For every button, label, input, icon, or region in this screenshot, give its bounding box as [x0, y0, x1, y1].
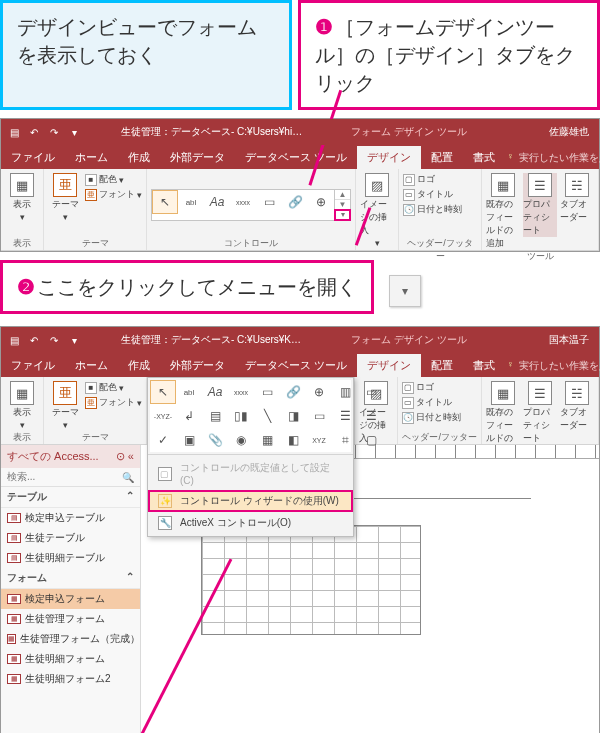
- property-sheet-button[interactable]: ☰プロパティシート: [523, 173, 557, 237]
- tab-control-icon[interactable]: ▭: [256, 190, 282, 214]
- pagebreak-icon[interactable]: ↲: [176, 404, 202, 428]
- button-icon[interactable]: xxxx: [228, 380, 254, 404]
- tell-me-box[interactable]: 実行したい作業を入力してください: [505, 355, 600, 377]
- nav-item-form[interactable]: ▦生徒管理フォーム（完成）: [1, 629, 140, 649]
- qat-more-icon[interactable]: ▾: [67, 125, 81, 139]
- tab-arrange[interactable]: 配置: [421, 146, 463, 169]
- chevron-down-icon[interactable]: ⊙ «: [116, 450, 134, 463]
- nav-search[interactable]: 検索...🔍: [1, 468, 140, 487]
- tell-me-box[interactable]: 実行したい作業を入力してください: [505, 147, 600, 169]
- tab-control-icon[interactable]: ▭: [254, 380, 280, 404]
- redo-icon[interactable]: ↷: [47, 333, 61, 347]
- extra-icon[interactable]: ▢: [358, 428, 384, 452]
- save-icon[interactable]: ▤: [7, 333, 21, 347]
- logo-button[interactable]: ▢ロゴ: [402, 381, 461, 394]
- gallery-up-icon[interactable]: ▲: [335, 190, 350, 200]
- nav-item-form[interactable]: ▦生徒明細フォーム2: [1, 669, 140, 689]
- image-frame-icon[interactable]: XYZ: [306, 428, 332, 452]
- tab-order-button[interactable]: ☵タブオーダー: [560, 381, 594, 432]
- radio-icon[interactable]: ◉: [228, 428, 254, 452]
- tab-create[interactable]: 作成: [118, 146, 160, 169]
- view-button[interactable]: ▦表示▾: [5, 381, 39, 430]
- tab-external-data[interactable]: 外部データ: [160, 354, 235, 377]
- navigation-pane[interactable]: すべての Access...⊙ « 検索...🔍 テーブル⌃ ▤検定申込テーブル…: [1, 445, 141, 733]
- frame-icon[interactable]: ▣: [176, 428, 202, 452]
- tab-format[interactable]: 書式: [463, 354, 505, 377]
- web-icon[interactable]: ⊕: [308, 190, 334, 214]
- nav-section-tables[interactable]: テーブル⌃: [1, 487, 140, 508]
- label-icon[interactable]: Aa: [204, 190, 230, 214]
- nav-item-table[interactable]: ▤生徒明細テーブル: [1, 548, 140, 568]
- gallery-down-icon[interactable]: ▼: [335, 200, 350, 210]
- unbound-icon[interactable]: ☰: [358, 404, 384, 428]
- insert-image-button[interactable]: ▨イメージの挿入▾: [360, 173, 394, 248]
- tab-design[interactable]: デザイン: [357, 354, 421, 377]
- listbox-icon[interactable]: ☰: [332, 404, 358, 428]
- option-group-icon[interactable]: -XYZ-: [150, 404, 176, 428]
- add-fields-button[interactable]: ▦既存のフィールドの追加: [486, 173, 520, 250]
- undo-icon[interactable]: ↶: [27, 125, 41, 139]
- link-icon[interactable]: 🔗: [280, 380, 306, 404]
- controls-grid[interactable]: ↖ abl Aa xxxx ▭ 🔗 ⊕ ▥ ▭ -XYZ- ↲ ▤ ▯▮ ╲ ◨…: [150, 380, 351, 452]
- tab-database-tools[interactable]: データベース ツール: [235, 146, 357, 169]
- qat-more-icon[interactable]: ▾: [67, 333, 81, 347]
- tab-arrange[interactable]: 配置: [421, 354, 463, 377]
- controls-gallery[interactable]: ↖ abl Aa xxxx ▭ 🔗 ⊕ ▲ ▼ ▾: [151, 189, 351, 221]
- nav-item-form[interactable]: ▦生徒明細フォーム: [1, 649, 140, 669]
- themes-button[interactable]: 亜テーマ▾: [48, 173, 82, 222]
- tab-file[interactable]: ファイル: [1, 146, 65, 169]
- gallery-scroll[interactable]: ▲ ▼ ▾: [334, 190, 350, 220]
- tab-order-button[interactable]: ☵タブオーダー: [560, 173, 594, 224]
- nav-item-form-selected[interactable]: ▦検定申込フォーム: [1, 589, 140, 609]
- themes-button[interactable]: 亜テーマ▾: [48, 381, 82, 430]
- select-tool-icon[interactable]: ↖: [150, 380, 176, 404]
- toggle-icon[interactable]: ◨: [280, 404, 306, 428]
- nav-item-table[interactable]: ▤検定申込テーブル: [1, 508, 140, 528]
- redo-icon[interactable]: ↷: [47, 125, 61, 139]
- textbox-icon[interactable]: abl: [176, 380, 202, 404]
- view-button[interactable]: ▦表示▾: [5, 173, 39, 222]
- datetime-button[interactable]: 🕓日付と時刻: [403, 203, 462, 216]
- line-icon[interactable]: ╲: [254, 404, 280, 428]
- button-icon[interactable]: xxxx: [230, 190, 256, 214]
- undo-icon[interactable]: ↶: [27, 333, 41, 347]
- logo-button[interactable]: ▢ロゴ: [403, 173, 462, 186]
- select-tool-icon[interactable]: ↖: [152, 190, 178, 214]
- subform-icon[interactable]: ▦: [254, 428, 280, 452]
- combo-icon[interactable]: ▭: [358, 380, 384, 404]
- tab-format[interactable]: 書式: [463, 146, 505, 169]
- fonts-button[interactable]: 亜フォント ▾: [85, 188, 142, 201]
- nav-item-form[interactable]: ▦生徒管理フォーム: [1, 609, 140, 629]
- chart-icon[interactable]: ▯▮: [228, 404, 254, 428]
- nav-section-forms[interactable]: フォーム⌃: [1, 568, 140, 589]
- colors-button[interactable]: ■配色 ▾: [85, 381, 142, 394]
- tab-file[interactable]: ファイル: [1, 354, 65, 377]
- gallery-more-icon[interactable]: ▾: [335, 210, 350, 220]
- list-icon[interactable]: ▤: [202, 404, 228, 428]
- save-icon[interactable]: ▤: [7, 125, 21, 139]
- bound-icon[interactable]: ◧: [280, 428, 306, 452]
- tab-design[interactable]: デザイン: [357, 146, 421, 169]
- tab-home[interactable]: ホーム: [65, 146, 118, 169]
- attachment-icon[interactable]: 📎: [202, 428, 228, 452]
- activex-controls-item[interactable]: 🔧ActiveX コントロール(O): [148, 512, 353, 534]
- property-sheet-button[interactable]: ☰プロパティシート: [523, 381, 557, 445]
- form-grid[interactable]: [201, 525, 421, 635]
- nav-item-table[interactable]: ▤生徒テーブル: [1, 528, 140, 548]
- textbox-icon[interactable]: abl: [178, 190, 204, 214]
- tab-home[interactable]: ホーム: [65, 354, 118, 377]
- nav-icon[interactable]: ▥: [332, 380, 358, 404]
- check-icon[interactable]: ✓: [150, 428, 176, 452]
- colors-button[interactable]: ■配色 ▾: [85, 173, 142, 186]
- use-control-wizards-item[interactable]: ✨コントロール ウィザードの使用(W): [148, 490, 353, 512]
- web-icon[interactable]: ⊕: [306, 380, 332, 404]
- label-icon[interactable]: Aa: [202, 380, 228, 404]
- datetime-button[interactable]: 🕓日付と時刻: [402, 411, 461, 424]
- tab-external-data[interactable]: 外部データ: [160, 146, 235, 169]
- ole-icon[interactable]: ⌗: [332, 428, 358, 452]
- rect-icon[interactable]: ▭: [306, 404, 332, 428]
- link-icon[interactable]: 🔗: [282, 190, 308, 214]
- title-button[interactable]: ▭タイトル: [403, 188, 462, 201]
- nav-header[interactable]: すべての Access...⊙ «: [1, 445, 140, 468]
- tab-database-tools[interactable]: データベース ツール: [235, 354, 357, 377]
